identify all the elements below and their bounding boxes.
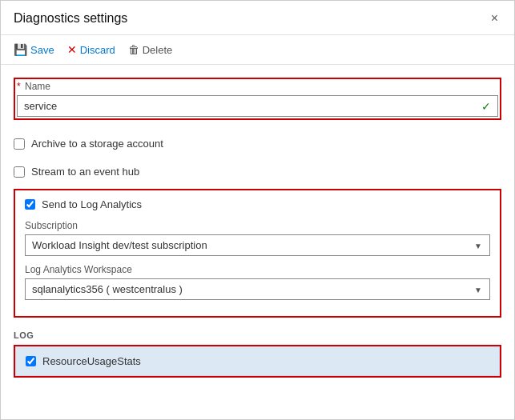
name-input[interactable] [18,96,475,116]
discard-button[interactable]: ✕ Discard [67,42,115,58]
stream-checkbox[interactable] [14,166,25,178]
dialog-header: Diagnostics settings × [1,1,514,35]
delete-label: Delete [143,44,173,56]
save-button[interactable]: 💾 Save [14,42,54,58]
log-analytics-section: Send to Log Analytics Subscription Workl… [14,189,501,318]
archive-checkbox[interactable] [14,138,25,150]
subscription-dropdown-wrapper: Workload Insight dev/test subscription ▼ [25,234,490,256]
delete-button[interactable]: 🗑 Delete [128,42,173,58]
save-icon: 💾 [14,43,27,56]
discard-icon: ✕ [67,43,77,56]
form-content: * Name ✓ Archive to a storage account St… [1,65,514,419]
required-star: * [17,81,21,92]
discard-label: Discard [80,44,115,56]
stream-checkbox-row: Stream to an event hub [14,158,501,186]
subscription-label: Subscription [25,220,490,231]
name-field-wrapper: * Name ✓ [14,78,501,120]
resource-usage-checkbox[interactable] [26,356,36,366]
log-analytics-checkbox[interactable] [25,199,35,210]
workspace-label: Log Analytics Workspace [25,264,490,275]
log-analytics-label[interactable]: Send to Log Analytics [42,198,142,210]
log-analytics-header: Send to Log Analytics [25,198,490,210]
workspace-dropdown-wrapper: sqlanalytics356 ( westcentralus ) ▼ [25,278,490,300]
workspace-dropdown[interactable]: sqlanalytics356 ( westcentralus ) [25,278,490,300]
close-button[interactable]: × [488,10,501,26]
dialog-title: Diagnostics settings [14,11,127,26]
subscription-dropdown[interactable]: Workload Insight dev/test subscription [25,234,490,256]
name-field-label: Name [25,81,50,92]
valid-checkmark-icon: ✓ [475,100,497,113]
name-input-row: ✓ [17,95,498,117]
delete-icon: 🗑 [128,43,139,56]
log-item: ResourceUsageStats [15,346,500,376]
name-label: * Name [17,81,498,92]
toolbar: 💾 Save ✕ Discard 🗑 Delete [1,35,514,65]
stream-label[interactable]: Stream to an event hub [31,166,139,178]
resource-usage-label[interactable]: ResourceUsageStats [42,355,141,367]
log-section: LOG ResourceUsageStats [14,330,501,378]
diagnostics-settings-dialog: Diagnostics settings × 💾 Save ✕ Discard … [0,0,515,420]
log-section-title: LOG [14,330,501,340]
archive-label[interactable]: Archive to a storage account [31,138,163,150]
save-label: Save [30,44,54,56]
log-item-wrapper: ResourceUsageStats [14,345,501,378]
archive-checkbox-row: Archive to a storage account [14,130,501,158]
